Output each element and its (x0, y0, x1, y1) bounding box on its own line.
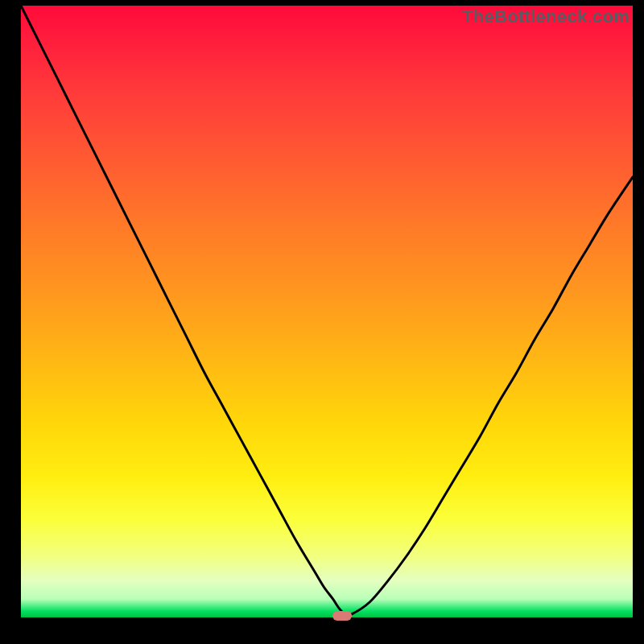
chart-frame: TheBottleneck.com (0, 0, 644, 644)
optimum-marker (332, 611, 352, 621)
bottleneck-curve (21, 6, 633, 617)
watermark-text: TheBottleneck.com (462, 6, 630, 27)
